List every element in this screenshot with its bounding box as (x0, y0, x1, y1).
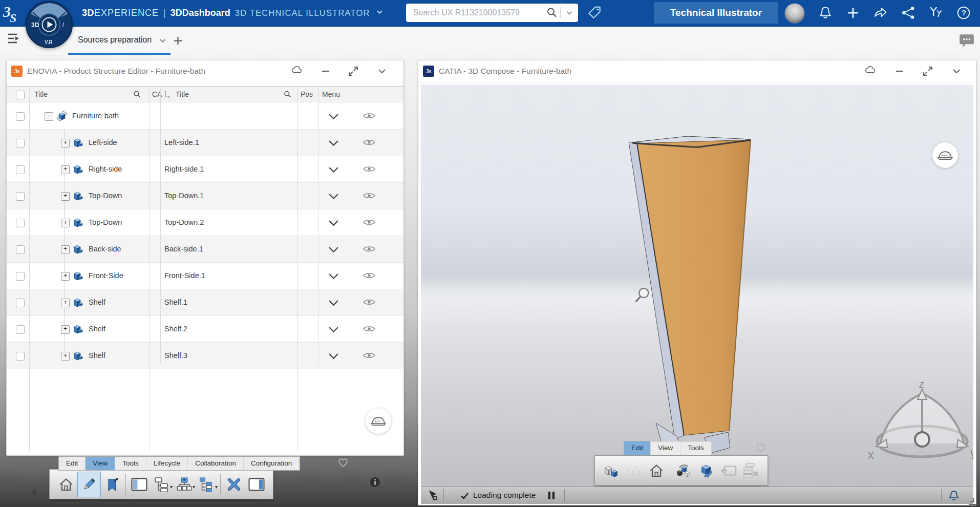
toolbar-menu-edit[interactable]: Edit (624, 441, 651, 455)
swap-frame-icon-button[interactable] (717, 458, 740, 483)
select-all-checkbox[interactable] (16, 91, 25, 99)
toolbar-menu-tools[interactable]: Tools (680, 441, 712, 455)
row-checkbox[interactable] (16, 219, 25, 227)
row-checkbox[interactable] (16, 325, 25, 334)
row-checkbox[interactable] (16, 192, 25, 201)
table-row[interactable]: +Top-DownTop-Down.2 (7, 209, 403, 236)
row-menu-chevron-icon[interactable] (328, 219, 339, 226)
table-row[interactable]: -Furniture-bath (7, 103, 403, 130)
bookmark-pin-icon-button[interactable] (101, 472, 123, 497)
row-checkbox[interactable] (16, 299, 25, 307)
3dcompass-widget[interactable]: 3D i V.R (26, 1, 73, 48)
3d-viewport[interactable]: z x y EditViewTools (421, 84, 973, 487)
search-options-chevron-icon[interactable] (565, 9, 573, 17)
table-row[interactable]: +Front-SideFront-Side.1 (7, 263, 403, 289)
expander-button[interactable]: + (61, 139, 70, 147)
expander-button[interactable]: + (61, 272, 70, 281)
search-input[interactable] (406, 8, 544, 17)
column-header-title[interactable]: Title (34, 90, 48, 98)
tab-sources-preparation[interactable]: Sources preparation (68, 26, 171, 55)
tab-chevron-icon[interactable] (159, 37, 166, 45)
share-nodes-icon[interactable] (901, 6, 915, 20)
notifications-bell-icon[interactable] (818, 6, 833, 20)
favorites-heart-icon[interactable] (755, 442, 767, 453)
assistant-helmet-button[interactable] (366, 408, 391, 434)
row-checkbox[interactable] (16, 272, 25, 281)
chevron-down-icon[interactable] (376, 8, 384, 18)
orgchart-icon-button[interactable]: ▾ (173, 472, 196, 497)
column-header-pos[interactable]: Pos (301, 90, 313, 98)
export-cube-icon-button[interactable] (695, 458, 717, 483)
list-delete-icon-button[interactable] (740, 458, 762, 483)
home-icon-button[interactable] (645, 458, 668, 483)
row-menu-chevron-icon[interactable] (328, 166, 339, 173)
row-checkbox[interactable] (16, 245, 25, 254)
row-menu-chevron-icon[interactable] (328, 352, 339, 359)
expander-button[interactable]: + (61, 165, 70, 174)
toolbar-menu-edit[interactable]: Edit (59, 457, 86, 470)
column-header-ca[interactable]: CA (152, 90, 162, 98)
sidebar-toggle-icon[interactable] (7, 32, 22, 45)
insert-cube-icon-button[interactable] (672, 458, 695, 483)
row-checkbox[interactable] (16, 139, 25, 147)
assistant-helmet-button[interactable] (932, 142, 958, 168)
row-menu-chevron-icon[interactable] (328, 193, 339, 199)
notifications-bell-icon[interactable] (948, 490, 960, 502)
column-header-instance-title[interactable]: Title (176, 90, 189, 98)
row-menu-chevron-icon[interactable] (328, 246, 339, 252)
chevron-down-icon[interactable] (951, 66, 962, 77)
table-row[interactable]: +Top-DownTop-Down.1 (7, 183, 403, 209)
edit-pencil-icon-button[interactable] (77, 472, 101, 497)
expander-button[interactable]: + (61, 352, 70, 361)
minimize-icon[interactable] (320, 66, 331, 77)
row-menu-chevron-icon[interactable] (328, 113, 339, 119)
table-row[interactable]: +ShelfShelf.2 (7, 316, 403, 343)
favorites-heart-icon[interactable] (337, 457, 349, 468)
expander-button[interactable]: + (61, 245, 70, 254)
panel-left-icon-button[interactable] (128, 472, 151, 497)
visibility-eye-icon[interactable] (363, 299, 375, 306)
table-row[interactable]: +Right-sideRight-side.1 (7, 156, 403, 183)
toolbar-menu-tools[interactable]: Tools (115, 457, 146, 470)
column-search-icon[interactable] (283, 90, 292, 99)
search-icon[interactable] (546, 7, 558, 19)
tag-icon[interactable] (587, 5, 602, 20)
chat-icon[interactable] (958, 33, 975, 49)
visibility-eye-icon[interactable] (363, 192, 375, 200)
info-icon[interactable] (370, 477, 380, 488)
minimize-icon[interactable] (894, 66, 905, 77)
visibility-eye-icon[interactable] (363, 325, 375, 333)
view-compass-triad[interactable]: z x y (865, 382, 973, 464)
chevron-down-icon[interactable] (376, 66, 388, 77)
resize-grip[interactable] (969, 497, 977, 505)
add-plus-icon[interactable] (846, 6, 860, 20)
user-role-badge[interactable]: Technical Illustrator (654, 2, 778, 24)
visibility-eye-icon[interactable] (363, 165, 375, 173)
visibility-eye-icon[interactable] (363, 112, 375, 120)
table-row[interactable]: +Left-sideLeft-side.1 (7, 130, 403, 156)
assembly-icon-button[interactable] (600, 458, 623, 483)
row-menu-chevron-icon[interactable] (328, 272, 339, 279)
tree-structure-icon-button[interactable]: ▾ (196, 472, 218, 497)
toolbar-menu-view[interactable]: View (86, 457, 115, 470)
hierarchy-icon-button[interactable]: ▾ (151, 472, 173, 497)
visibility-eye-icon[interactable] (363, 219, 375, 226)
table-row[interactable]: +Back-sideBack-side.1 (7, 236, 403, 263)
visibility-eye-icon[interactable] (363, 352, 375, 360)
table-row[interactable]: +ShelfShelf.3 (7, 343, 403, 369)
swym-community-icon[interactable] (929, 6, 943, 20)
row-menu-chevron-icon[interactable] (328, 139, 339, 146)
column-header-menu[interactable]: Menu (322, 90, 340, 98)
maximize-icon[interactable] (922, 66, 933, 77)
toolbar-menu-collaboration[interactable]: Collaboration (188, 457, 244, 470)
select-cursor-icon[interactable] (427, 490, 438, 501)
close-x-icon-button[interactable] (223, 472, 245, 497)
expander-button[interactable]: + (61, 299, 70, 307)
avatar[interactable] (784, 3, 805, 24)
visibility-eye-icon[interactable] (363, 139, 375, 146)
visibility-eye-icon[interactable] (363, 245, 375, 253)
toolbar-menu-lifecycle[interactable]: Lifecycle (146, 457, 188, 470)
help-icon[interactable]: ? (956, 6, 971, 20)
row-checkbox[interactable] (16, 112, 25, 121)
cloud-icon[interactable] (291, 66, 303, 77)
